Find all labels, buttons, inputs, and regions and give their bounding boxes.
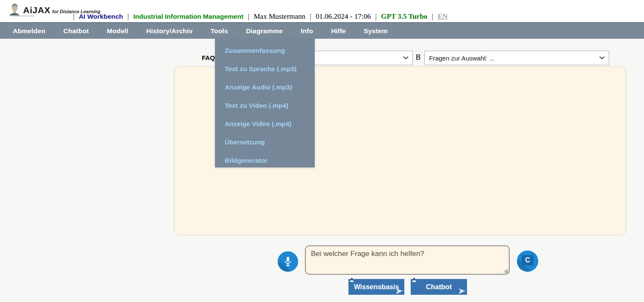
menu-item-anzeige-video[interactable]: Anzeige Video (.mp4) xyxy=(215,115,315,133)
mic-button[interactable] xyxy=(278,251,298,272)
paper-plane-icon xyxy=(458,288,466,294)
microphone-icon xyxy=(283,256,293,267)
module-title: Industrial Information Management xyxy=(133,13,243,20)
clipboard-icon: C xyxy=(522,255,534,265)
menu-item-uebersetzung[interactable]: Übersetzung xyxy=(215,133,315,151)
app-root: { "header": { "logo": { "brand": "AiJAX"… xyxy=(0,0,644,302)
separator: | xyxy=(128,12,129,20)
c-button[interactable]: C xyxy=(517,250,538,272)
logo-brand: AiJAX xyxy=(23,5,50,15)
menu-item-bildgenerator[interactable]: Bildgenerator xyxy=(215,151,315,170)
header-title-line: | AI Workbench | Industrial Information … xyxy=(70,12,448,21)
wissensbasis-button-label: Wissensbasis xyxy=(354,283,399,290)
chatbot-button-label: Chatbot xyxy=(426,283,452,290)
separator: | xyxy=(432,12,433,20)
tools-menu: Zusammenfassung Text zu Sprache (.mp3) A… xyxy=(215,39,315,167)
nav-item-tools[interactable]: Tools xyxy=(202,27,237,35)
faq-label: FAQ xyxy=(202,54,215,61)
user-name: Max Mustermann xyxy=(254,12,305,20)
nav-item-diagramme[interactable]: Diagramme xyxy=(237,27,292,35)
chevron-down-icon xyxy=(599,56,605,60)
chat-input-wrap xyxy=(305,245,510,275)
nav-item-abmelden[interactable]: Abmelden xyxy=(4,27,55,35)
avatar xyxy=(7,3,22,17)
menu-item-text-zu-sprache[interactable]: Text zu Sprache (.mp3) xyxy=(215,60,315,78)
nav-item-hilfe[interactable]: Hilfe xyxy=(322,27,355,35)
chat-input[interactable] xyxy=(305,245,510,275)
language-link[interactable]: EN xyxy=(438,12,448,20)
logo-subtext xyxy=(10,15,34,17)
person-icon xyxy=(349,277,354,282)
main-navbar: Abmelden Chatbot Modell History/Archiv T… xyxy=(0,22,644,39)
model-label: GPT 3.5 Turbo xyxy=(381,12,427,20)
menu-item-anzeige-audio[interactable]: Anzeige Audio (.mp3) xyxy=(215,78,315,96)
paper-plane-icon xyxy=(396,288,403,294)
person-icon xyxy=(412,277,417,282)
header-bar: AiJAXfor Distance Learning | AI Workbenc… xyxy=(0,0,644,22)
separator: | xyxy=(248,12,249,20)
b-label: B xyxy=(416,53,421,62)
menu-item-text-zu-video[interactable]: Text zu Video (.mp4) xyxy=(215,96,315,115)
nav-item-chatbot[interactable]: Chatbot xyxy=(55,27,98,35)
separator: | xyxy=(310,12,311,20)
app-title: AI Workbench xyxy=(79,13,123,20)
wissensbasis-button[interactable]: Wissensbasis xyxy=(348,279,404,295)
nav-item-system[interactable]: System xyxy=(355,27,397,35)
nav-item-modell[interactable]: Modell xyxy=(98,27,137,35)
question-select[interactable]: Fragen zur Auswahl: ... xyxy=(424,51,609,65)
chatbot-button[interactable]: Chatbot xyxy=(411,279,467,295)
separator: | xyxy=(375,12,377,20)
question-select-value: Fragen zur Auswahl: ... xyxy=(429,55,494,62)
chevron-down-icon xyxy=(403,56,409,60)
menu-item-zusammenfassung[interactable]: Zusammenfassung xyxy=(215,41,315,60)
nav-item-history-archiv[interactable]: History/Archiv xyxy=(137,27,202,35)
nav-item-info[interactable]: Info xyxy=(292,27,322,35)
datetime-label: 01.06.2024 - 17:06 xyxy=(316,12,371,20)
separator: | xyxy=(73,12,74,20)
